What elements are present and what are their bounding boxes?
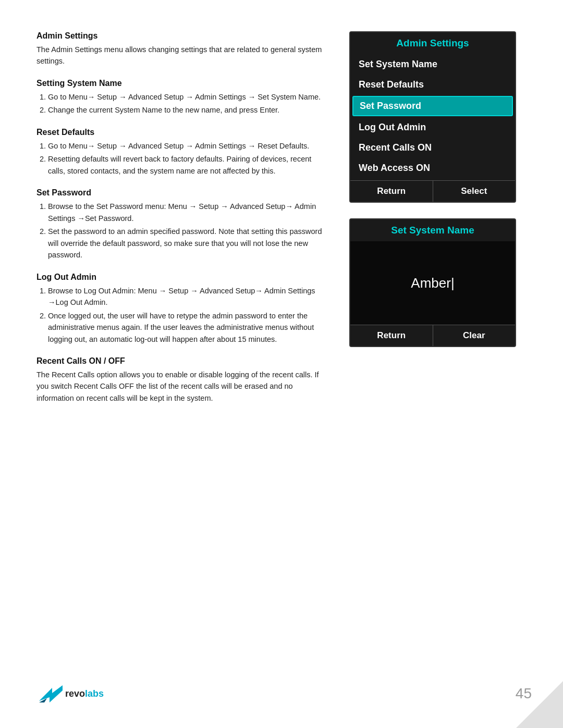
revolabs-logo-icon (36, 683, 65, 705)
panel2-footer: Return Clear (350, 325, 515, 346)
logo-text: revolabs (65, 688, 104, 699)
setting-system-name-steps: Go to Menu→ Setup → Advanced Setup → Adm… (48, 91, 328, 116)
set-password-steps: Browse to the Set Password menu: Menu → … (48, 201, 328, 261)
corner-triangle (516, 681, 563, 728)
panel1-header-text: Admin Settings (396, 38, 469, 48)
step-item: Go to Menu→ Setup → Advanced Setup → Adm… (48, 91, 328, 103)
panel1-item-web-access[interactable]: Web Access ON (350, 158, 515, 178)
panel1-item-reset-defaults[interactable]: Reset Defaults (350, 75, 515, 95)
recent-calls-title: Recent Calls ON / OFF (36, 356, 328, 366)
logo-area: revolabs (36, 683, 104, 705)
recent-calls-desc: The Recent Calls option allows you to en… (36, 369, 328, 404)
panel2-clear-button[interactable]: Clear (433, 325, 516, 346)
set-password-section: Set Password Browse to the Set Password … (36, 188, 328, 261)
admin-settings-title: Admin Settings (36, 31, 328, 41)
panel2-header: Set System Name (350, 219, 515, 241)
setting-system-name-title: Setting System Name (36, 79, 328, 88)
step-item: Once logged out, the user will have to r… (48, 310, 328, 345)
left-column: Admin Settings The Admin Settings menu a… (36, 31, 328, 415)
admin-settings-desc: The Admin Settings menu allows changing … (36, 44, 328, 67)
panel1-footer: Return Select (350, 180, 515, 202)
panel1-header: Admin Settings (350, 32, 515, 54)
panel2-input-value[interactable]: Amber| (411, 275, 454, 291)
panel2-return-button[interactable]: Return (350, 325, 433, 346)
logo-revo: revo (65, 688, 85, 699)
panel1-item-set-password[interactable]: Set Password (352, 96, 513, 116)
admin-settings-section: Admin Settings The Admin Settings menu a… (36, 31, 328, 67)
panel2-input-area: Amber| (350, 241, 515, 325)
page-container: Admin Settings The Admin Settings menu a… (0, 0, 563, 728)
reset-defaults-title: Reset Defaults (36, 128, 328, 137)
recent-calls-section: Recent Calls ON / OFF The Recent Calls o… (36, 356, 328, 404)
panel1-item-recent-calls[interactable]: Recent Calls ON (350, 138, 515, 158)
admin-settings-panel: Admin Settings Set System Name Reset Def… (349, 31, 516, 203)
set-password-title: Set Password (36, 188, 328, 198)
log-out-admin-section: Log Out Admin Browse to Log Out Admin: M… (36, 273, 328, 345)
log-out-admin-title: Log Out Admin (36, 273, 328, 282)
panel1-return-button[interactable]: Return (350, 181, 433, 202)
right-column: Admin Settings Set System Name Reset Def… (349, 31, 527, 415)
panel1-item-set-system-name[interactable]: Set System Name (350, 54, 515, 75)
step-item: Resetting defaults will revert back to f… (48, 153, 328, 177)
set-system-name-panel: Set System Name Amber| Return Clear (349, 218, 516, 347)
step-item: Browse to the Set Password menu: Menu → … (48, 201, 328, 224)
panel2-header-text: Set System Name (391, 225, 474, 236)
step-item: Set the password to an admin specified p… (48, 226, 328, 261)
reset-defaults-section: Reset Defaults Go to Menu→ Setup → Advan… (36, 128, 328, 177)
step-item: Browse to Log Out Admin: Menu → Setup → … (48, 285, 328, 309)
reset-defaults-steps: Go to Menu→ Setup → Advanced Setup → Adm… (48, 140, 328, 177)
logo-labs: labs (85, 688, 104, 699)
panel1-select-button[interactable]: Select (433, 181, 516, 202)
svg-marker-0 (39, 685, 63, 702)
panel1-item-log-out-admin[interactable]: Log Out Admin (350, 117, 515, 138)
setting-system-name-section: Setting System Name Go to Menu→ Setup → … (36, 79, 328, 116)
step-item: Go to Menu→ Setup → Advanced Setup → Adm… (48, 140, 328, 152)
log-out-admin-steps: Browse to Log Out Admin: Menu → Setup → … (48, 285, 328, 345)
step-item: Change the current System Name to the ne… (48, 104, 328, 116)
content-area: Admin Settings The Admin Settings menu a… (36, 31, 532, 415)
